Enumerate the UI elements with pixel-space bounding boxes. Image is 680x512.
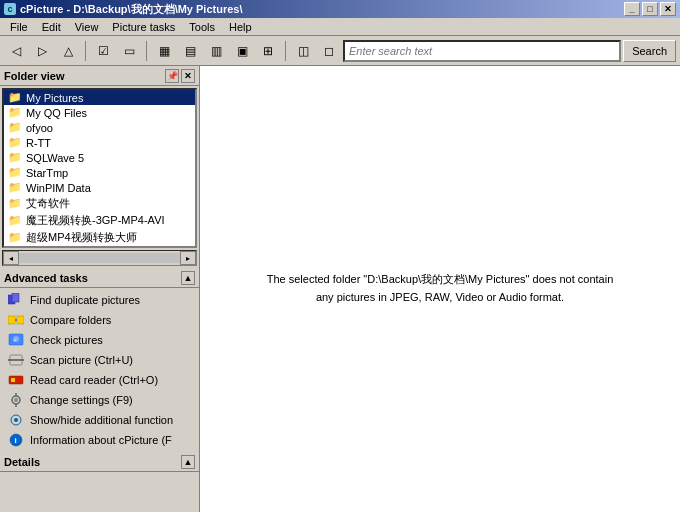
toolbar: ◁ ▷ △ ☑ ▭ ▦ ▤ ▥ ▣ ⊞ ◫ ◻ Search — [0, 36, 680, 66]
folder-item-startmp[interactable]: 📁 StarTmp — [4, 165, 195, 180]
toolbar-separator-3 — [285, 41, 286, 61]
task-label-6: Show/hide additional function — [30, 414, 173, 426]
folder-icon-8: 📁 — [8, 214, 22, 227]
info-icon: i — [8, 432, 24, 448]
folder-name-5: StarTmp — [26, 167, 68, 179]
details-panel-header: Details ▲ — [0, 452, 199, 472]
folder-item-rtt[interactable]: 📁 R-TT — [4, 135, 195, 150]
app-icon: c — [4, 3, 16, 15]
menu-file[interactable]: File — [4, 20, 34, 34]
folder-name-9: 超级MP4视频转换大师 — [26, 230, 137, 245]
folder-icon-3: 📁 — [8, 136, 22, 149]
task-check-pictures[interactable]: ✓ Check pictures — [0, 330, 199, 350]
folder-name-3: R-TT — [26, 137, 51, 149]
close-button[interactable]: ✕ — [660, 2, 676, 16]
task-scan-picture[interactable]: Scan picture (Ctrl+U) — [0, 350, 199, 370]
folder-icon-9: 📁 — [8, 231, 22, 244]
folder-name-1: My QQ Files — [26, 107, 87, 119]
content-line1: The selected folder "D:\Backup\我的文档\My P… — [267, 273, 614, 285]
svg-text:i: i — [15, 436, 17, 445]
task-info[interactable]: i Information about cPicture (F — [0, 430, 199, 450]
folder-item-mowang[interactable]: 📁 魔王视频转换-3GP-MP4-AVI — [4, 212, 195, 229]
search-button[interactable]: Search — [623, 40, 676, 62]
folder-item-my-qq-files[interactable]: 📁 My QQ Files — [4, 105, 195, 120]
forward-button[interactable]: ▷ — [30, 39, 54, 63]
task-find-duplicate[interactable]: Find duplicate pictures — [0, 290, 199, 310]
advanced-panel-icons[interactable]: ▲ — [181, 271, 195, 285]
folder-hscroll[interactable]: ◂ ▸ — [2, 250, 197, 266]
menu-picture-tasks[interactable]: Picture tasks — [106, 20, 181, 34]
content-message: The selected folder "D:\Backup\我的文档\My P… — [267, 271, 614, 306]
menu-view[interactable]: View — [69, 20, 105, 34]
svg-point-13 — [14, 398, 18, 402]
view-btn-3[interactable]: ▤ — [178, 39, 202, 63]
folder-item-super[interactable]: 📁 超级MP4视频转换大师 — [4, 229, 195, 246]
view-btn-2[interactable]: ▦ — [152, 39, 176, 63]
task-label-3: Scan picture (Ctrl+U) — [30, 354, 133, 366]
folder-item-winpim[interactable]: 📁 WinPIM Data — [4, 180, 195, 195]
task-label-7: Information about cPicture (F — [30, 434, 172, 446]
toolbar-separator-2 — [146, 41, 147, 61]
folder-name-8: 魔王视频转换-3GP-MP4-AVI — [26, 213, 165, 228]
title-bar-left: c cPicture - D:\Backup\我的文档\My Pictures\ — [4, 2, 243, 17]
folder-name-6: WinPIM Data — [26, 182, 91, 194]
menu-tools[interactable]: Tools — [183, 20, 221, 34]
back-button[interactable]: ◁ — [4, 39, 28, 63]
details-panel-icons[interactable]: ▲ — [181, 455, 195, 469]
up-button[interactable]: △ — [56, 39, 80, 63]
folder-name-2: ofyoo — [26, 122, 53, 134]
details-section: Details ▲ — [0, 452, 199, 472]
folder-panel-close[interactable]: ✕ — [181, 69, 195, 83]
task-compare-folders[interactable]: Compare folders — [0, 310, 199, 330]
folder-panel-pin[interactable]: 📌 — [165, 69, 179, 83]
settings-icon — [8, 392, 24, 408]
folder-item-my-pictures[interactable]: 📁 My Pictures — [4, 90, 195, 105]
folder-panel-icons[interactable]: 📌 ✕ — [165, 69, 195, 83]
advanced-panel-title: Advanced tasks — [4, 272, 88, 284]
hscroll-right[interactable]: ▸ — [180, 251, 196, 265]
title-controls[interactable]: _ □ ✕ — [624, 2, 676, 16]
folder-icon-4: 📁 — [8, 151, 22, 164]
title-bar: c cPicture - D:\Backup\我的文档\My Pictures\… — [0, 0, 680, 18]
view-btn-5[interactable]: ▣ — [230, 39, 254, 63]
task-read-card[interactable]: Read card reader (Ctrl+O) — [0, 370, 199, 390]
action-btn-1[interactable]: ◫ — [291, 39, 315, 63]
task-show-hide[interactable]: Show/hide additional function — [0, 410, 199, 430]
svg-rect-1 — [12, 293, 19, 302]
task-label-5: Change settings (F9) — [30, 394, 133, 406]
advanced-panel-scroll-up[interactable]: ▲ — [181, 271, 195, 285]
advanced-tasks-section: Advanced tasks ▲ Find duplicate pictures — [0, 268, 199, 452]
advanced-panel-header: Advanced tasks ▲ — [0, 268, 199, 288]
folder-view-section: Folder view 📌 ✕ 📁 My Pictures 📁 My QQ Fi… — [0, 66, 199, 268]
folder-item-sqlwave[interactable]: 📁 SQLWave 5 — [4, 150, 195, 165]
folder-name-4: SQLWave 5 — [26, 152, 84, 164]
folder-item-ofyoo[interactable]: 📁 ofyoo — [4, 120, 195, 135]
action-btn-2[interactable]: ◻ — [317, 39, 341, 63]
folder-list[interactable]: 📁 My Pictures 📁 My QQ Files 📁 ofyoo 📁 R-… — [2, 88, 197, 248]
view-btn-4[interactable]: ▥ — [204, 39, 228, 63]
task-list: Find duplicate pictures Compare folders — [0, 288, 199, 452]
maximize-button[interactable]: □ — [642, 2, 658, 16]
toolbar-separator-1 — [85, 41, 86, 61]
menu-edit[interactable]: Edit — [36, 20, 67, 34]
main-layout: Folder view 📌 ✕ 📁 My Pictures 📁 My QQ Fi… — [0, 66, 680, 512]
menu-help[interactable]: Help — [223, 20, 258, 34]
minimize-button[interactable]: _ — [624, 2, 640, 16]
check-button[interactable]: ☑ — [91, 39, 115, 63]
details-scroll-up[interactable]: ▲ — [181, 455, 195, 469]
task-label-4: Read card reader (Ctrl+O) — [30, 374, 158, 386]
hscroll-track[interactable] — [19, 253, 180, 263]
task-label-1: Compare folders — [30, 314, 111, 326]
view-btn-1[interactable]: ▭ — [117, 39, 141, 63]
compare-icon — [8, 312, 24, 328]
view-btn-6[interactable]: ⊞ — [256, 39, 280, 63]
svg-text:✓: ✓ — [13, 337, 17, 343]
folder-item-aiqi[interactable]: 📁 艾奇软件 — [4, 195, 195, 212]
folder-name-7: 艾奇软件 — [26, 196, 70, 211]
window-title: cPicture - D:\Backup\我的文档\My Pictures\ — [20, 2, 243, 17]
task-change-settings[interactable]: Change settings (F9) — [0, 390, 199, 410]
svg-point-17 — [14, 418, 18, 422]
search-input[interactable] — [343, 40, 621, 62]
svg-rect-3 — [17, 316, 24, 324]
hscroll-left[interactable]: ◂ — [3, 251, 19, 265]
